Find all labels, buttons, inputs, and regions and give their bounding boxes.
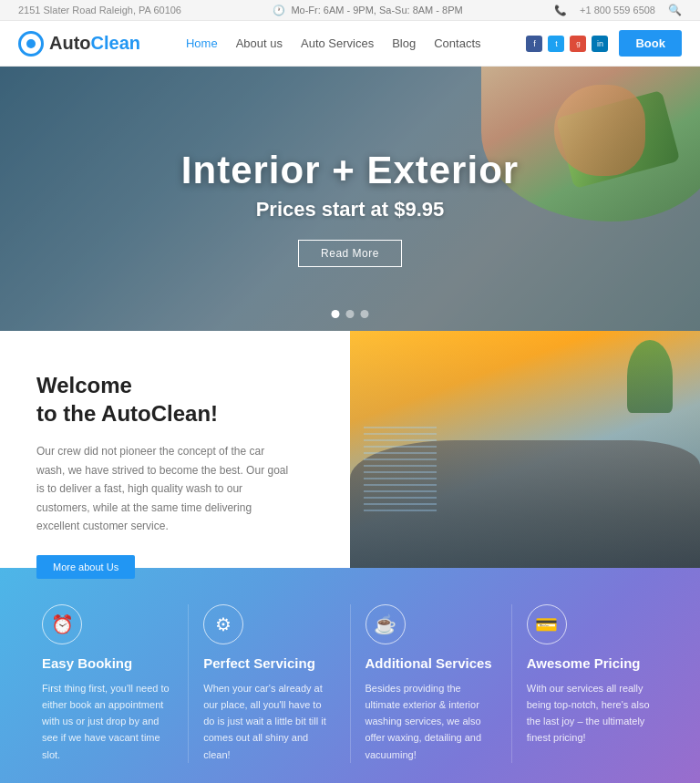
hours-text: Mo-Fr: 6AM - 9PM, Sa-Su: 8AM - 8PM [291,5,462,15]
feature-pricing-title: Awesome Pricing [527,655,658,671]
search-icon[interactable]: 🔍 [668,4,682,16]
phone-text: +1 800 559 6508 [580,5,655,15]
welcome-section: Welcome to the AutoClean! Our crew did n… [0,331,700,568]
nav-about[interactable]: About us [236,36,283,50]
phone-icon: 📞 [554,5,567,16]
header-right: f t g in Book [526,30,682,57]
logo-clean: Clean [91,33,140,53]
logo[interactable]: AutoClean [18,31,140,57]
feature-booking-title: Easy Booking [42,655,173,671]
feature-servicing-title: Perfect Servicing [203,655,335,671]
hero-dots [332,310,369,318]
facebook-icon[interactable]: f [526,36,542,52]
hero-content: Interior + Exterior Prices start at $9.9… [0,67,700,267]
welcome-text-area: Welcome to the AutoClean! Our crew did n… [0,331,350,568]
nav-home[interactable]: Home [186,36,218,50]
feature-additional: ☕ Additional Services Besides providing … [351,604,512,763]
logo-auto: Auto [49,33,91,53]
welcome-image [350,331,700,568]
feature-additional-title: Additional Services [365,655,497,671]
feature-servicing: ⚙ Perfect Servicing When your car's alre… [189,604,350,763]
features-section: ⏰ Easy Booking First thing first, you'll… [0,568,700,783]
hero-title: Interior + Exterior [0,149,700,192]
booking-icon: ⏰ [42,604,82,644]
top-bar: 2151 Slater Road Raleigh, PA 60106 🕐 Mo-… [0,0,700,21]
twitter-icon[interactable]: t [548,36,564,52]
dot-2[interactable] [346,310,355,318]
nav-contacts[interactable]: Contacts [434,36,480,50]
additional-icon: ☕ [365,604,406,644]
nav-services[interactable]: Auto Services [301,36,374,50]
googleplus-icon[interactable]: g [570,36,586,52]
nav-blog[interactable]: Blog [392,36,416,50]
more-about-button[interactable]: More about Us [36,555,135,579]
logo-icon [18,31,44,57]
servicing-icon: ⚙ [203,604,243,644]
clock-icon: 🕐 [273,5,285,16]
welcome-line1: Welcome [36,373,132,397]
dot-3[interactable] [361,310,369,318]
feature-booking-desc: First thing first, you'll need to either… [42,680,173,763]
book-button[interactable]: Book [619,30,682,57]
pricing-icon: 💳 [527,604,567,644]
read-more-button[interactable]: Read More [298,240,402,267]
linkedin-icon[interactable]: in [592,36,608,52]
feature-booking: ⏰ Easy Booking First thing first, you'll… [27,604,189,763]
main-nav: Home About us Auto Services Blog Contact… [186,36,481,50]
feature-pricing: 💳 Awesome Pricing With our services all … [512,604,673,763]
social-icons: f t g in [526,36,608,52]
feature-additional-desc: Besides providing the ultimate exterior … [365,680,497,763]
welcome-line2: to the AutoClean! [36,401,218,426]
hero-section: Interior + Exterior Prices start at $9.9… [0,67,700,331]
welcome-heading: Welcome to the AutoClean! [36,371,314,428]
welcome-body: Our crew did not pioneer the concept of … [36,442,292,535]
feature-pricing-desc: With our services all really being top-n… [527,680,658,747]
dot-1[interactable] [332,310,340,318]
hero-subtitle: Prices start at $9.95 [0,198,700,222]
feature-servicing-desc: When your car's already at our place, al… [203,680,335,763]
address-text: 2151 Slater Road Raleigh, PA 60106 [18,5,181,15]
header: AutoClean Home About us Auto Services Bl… [0,21,700,67]
